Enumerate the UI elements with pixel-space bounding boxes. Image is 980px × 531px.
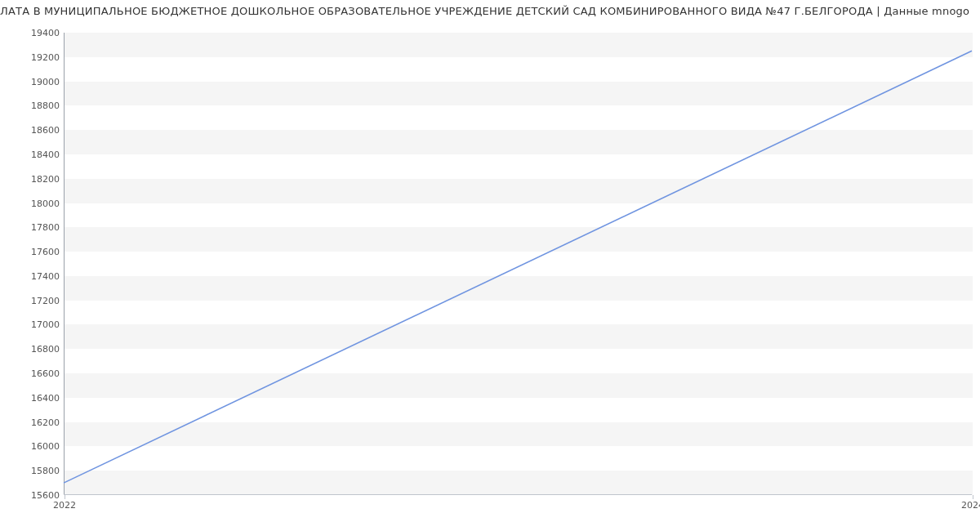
x-tick-label: 2024 — [961, 495, 980, 511]
y-tick-label: 17400 — [31, 270, 65, 281]
y-tick-label: 19200 — [31, 51, 65, 62]
y-tick-label: 16800 — [31, 344, 65, 355]
y-tick-label: 18800 — [31, 100, 65, 111]
y-tick-label: 18600 — [31, 125, 65, 136]
y-tick-label: 15800 — [31, 466, 65, 476]
y-tick-label: 16400 — [31, 392, 65, 403]
chart-line-layer — [64, 33, 972, 495]
y-tick-label: 19400 — [31, 28, 65, 38]
chart-plot-area: 1560015800160001620016400166001680017000… — [64, 33, 972, 495]
y-tick-label: 17200 — [31, 295, 65, 306]
y-tick-label: 17600 — [31, 247, 65, 257]
y-tick-label: 18200 — [31, 173, 65, 184]
x-tick-label: 2022 — [53, 495, 76, 511]
y-tick-label: 16200 — [31, 417, 65, 427]
y-tick-label: 17000 — [31, 319, 65, 330]
y-tick-label: 16600 — [31, 368, 65, 379]
y-tick-label: 18000 — [31, 198, 65, 208]
chart-title: ЛАТА В МУНИЦИПАЛЬНОЕ БЮДЖЕТНОЕ ДОШКОЛЬНО… — [0, 0, 980, 17]
y-tick-label: 16000 — [31, 441, 65, 452]
chart-series-line — [64, 51, 972, 483]
y-tick-label: 19000 — [31, 76, 65, 87]
y-tick-label: 17800 — [31, 222, 65, 233]
y-tick-label: 18400 — [31, 149, 65, 159]
